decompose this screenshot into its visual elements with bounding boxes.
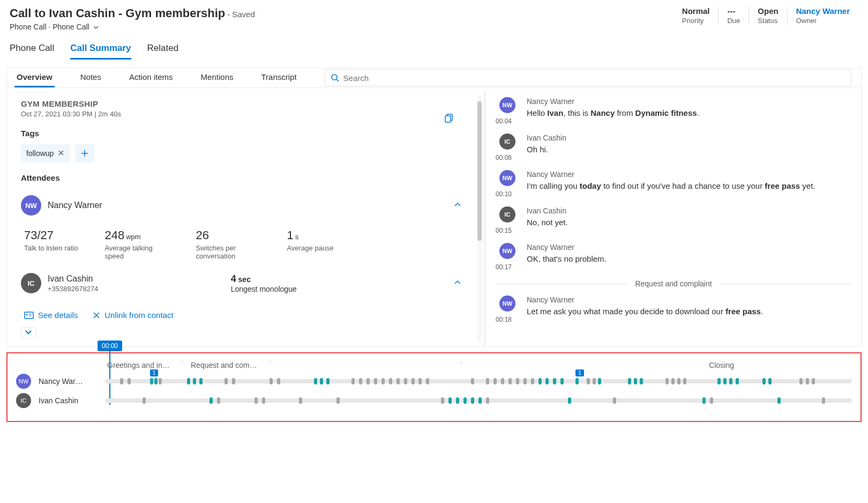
main-tabs: Phone Call Call Summary Related [0, 34, 868, 60]
svg-point-5 [26, 314, 28, 315]
audio-track[interactable]: 1 1 [105, 379, 852, 383]
avatar: IC [16, 393, 31, 408]
call-topic: GYM MEMBERSHIP [21, 99, 465, 108]
avatar: IC [499, 206, 515, 223]
collapse-button[interactable] [451, 276, 465, 291]
tag-label: followup [26, 149, 54, 158]
transcript-message[interactable]: NW00:10 Nancy Warner I'm calling you tod… [496, 170, 851, 198]
transcript-message[interactable]: IC00:15 Ivan CashinNo, not yet. [496, 206, 851, 234]
stat-switches: 26Switches per conversation [196, 228, 260, 260]
chevron-up-icon [454, 201, 461, 209]
tab-related[interactable]: Related [147, 39, 179, 60]
attendee-ivan[interactable]: IC Ivan Cashin +353892678274 4 sec Longe… [21, 268, 465, 299]
remove-tag-button[interactable] [58, 149, 64, 158]
entity-type: Phone Call [10, 23, 47, 31]
svg-rect-4 [25, 312, 33, 319]
timestamp: 00:04 [496, 117, 519, 125]
marker-badge[interactable]: 1 [575, 369, 584, 376]
tag-followup[interactable]: followup [21, 144, 70, 162]
add-tag-button[interactable] [75, 144, 94, 162]
segment-request: Request and com… [191, 361, 271, 369]
activity-type-dropdown[interactable]: Phone Call [53, 23, 99, 31]
chevron-up-icon [454, 279, 461, 286]
message-text: No, not yet. [527, 217, 851, 228]
subtab-notes[interactable]: Notes [78, 68, 103, 87]
search-input[interactable] [343, 73, 845, 83]
avatar: NW [499, 97, 515, 113]
copy-icon [444, 113, 454, 123]
avatar: NW [499, 243, 515, 259]
unlink-contact-link[interactable]: Unlink from contact [93, 310, 173, 320]
message-text: I'm calling you today to find out if you… [527, 180, 851, 192]
transcript-message[interactable]: IC00:08 Ivan CashinOh hi. [496, 134, 851, 161]
avatar: NW [499, 170, 515, 186]
owner-link[interactable]: Nancy Warner [796, 6, 850, 16]
timestamp: 00:08 [496, 154, 519, 161]
collapse-button[interactable] [451, 198, 465, 213]
panel-toggle[interactable] [21, 327, 36, 339]
separator: · [48, 23, 53, 31]
timestamp: 00:10 [496, 190, 519, 198]
avatar: IC [499, 134, 515, 150]
activity-type-label: Phone Call [53, 23, 89, 31]
svg-point-0 [332, 75, 337, 80]
playback-timeline: 00:00 Greetings and in… Request and com…… [6, 352, 862, 422]
priority-label: Priority [682, 17, 710, 25]
audio-track[interactable] [105, 398, 852, 403]
stat-wpm: 248wpmAverage talking speed [104, 228, 169, 260]
search-icon [331, 73, 339, 82]
row-name: Nancy War… [39, 377, 98, 386]
speaker-name: Nancy Warner [527, 170, 851, 179]
saved-label: - Saved [227, 10, 255, 19]
playhead-time: 00:00 [98, 341, 122, 351]
scrollbar[interactable] [477, 96, 482, 342]
subtab-action-items[interactable]: Action items [127, 68, 175, 87]
attendee-nancy[interactable]: NW Nancy Warner [21, 190, 465, 221]
segment-greetings: Greetings and in… [107, 361, 177, 369]
stat-monologue: 4 sec Longest monologue [231, 273, 297, 293]
playhead[interactable]: 00:00 [98, 341, 122, 405]
stat-pause: 1sAverage pause [287, 228, 333, 260]
page-title: Call to Ivan Cashin - Gym membership [10, 6, 225, 20]
status-label: Status [758, 17, 778, 25]
avatar: IC [21, 273, 41, 293]
timestamp: 00:17 [496, 263, 519, 271]
avatar: NW [21, 195, 41, 216]
transcript-message[interactable]: NW00:17 Nancy WarnerOK, that's no proble… [496, 243, 851, 271]
avatar: NW [499, 295, 515, 312]
row-name: Ivan Cashin [39, 396, 98, 405]
attendees-heading: Attendees [21, 173, 465, 182]
link-label: See details [38, 310, 78, 320]
scroll-thumb[interactable] [477, 101, 482, 241]
copy-button[interactable] [444, 113, 454, 124]
subtab-mentions[interactable]: Mentions [199, 68, 236, 87]
attendee-phone: +353892678274 [48, 285, 98, 293]
call-datetime: Oct 27, 2021 03:30 PM | 2m 40s [21, 110, 465, 118]
timestamp: 00:15 [496, 227, 519, 234]
segment-closing: Closing [709, 361, 852, 369]
tab-call-summary[interactable]: Call Summary [70, 39, 131, 60]
transcript-message[interactable]: NW00:04 Nancy Warner Hello Ivan, this is… [496, 97, 851, 125]
subtab-overview[interactable]: Overview [14, 68, 55, 87]
plus-icon [80, 149, 89, 158]
message-text: Hello Ivan, this is Nancy from Dynamic f… [527, 107, 851, 119]
timestamp: 00:18 [496, 316, 519, 323]
stat-talk-ratio: 73/27Talk to listen ratio [24, 228, 78, 260]
transcript-message[interactable]: NW00:18 Nancy Warner Let me ask you what… [496, 295, 851, 323]
transcript-divider: Request and complaint [496, 279, 851, 288]
see-details-link[interactable]: See details [24, 310, 78, 320]
transcript-heading: Transcript [259, 68, 298, 87]
search-box[interactable] [325, 69, 851, 86]
svg-rect-3 [445, 116, 451, 122]
speaker-name: Nancy Warner [527, 97, 851, 106]
message-text: Oh hi. [527, 144, 851, 156]
marker-badge[interactable]: 1 [150, 369, 159, 376]
svg-line-1 [336, 79, 339, 82]
status-value: Open [758, 6, 778, 16]
priority-value: Normal [682, 6, 710, 16]
owner-label: Owner [796, 17, 850, 25]
record-meta: NormalPriority ---Due OpenStatus Nancy W… [674, 6, 858, 25]
timeline-row-nancy[interactable]: NW Nancy War… 1 1 [16, 374, 852, 389]
timeline-row-ivan[interactable]: IC Ivan Cashin [16, 393, 852, 408]
tab-phone-call[interactable]: Phone Call [10, 39, 54, 60]
